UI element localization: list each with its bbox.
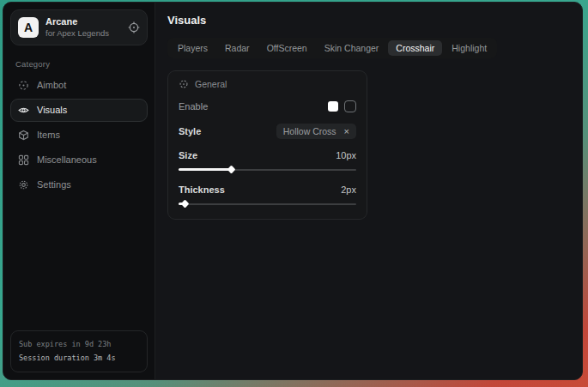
sidebar-spacer bbox=[10, 197, 148, 331]
size-row: Size 10px bbox=[179, 150, 356, 160]
app-subtitle: for Apex Legends bbox=[45, 28, 121, 39]
tab-players[interactable]: Players bbox=[170, 40, 215, 56]
visuals-tabbar: Players Radar OffScreen Skin Changer Cro… bbox=[167, 38, 497, 58]
tab-highlight[interactable]: Highlight bbox=[444, 40, 494, 56]
thickness-value: 2px bbox=[341, 184, 356, 195]
grid-icon bbox=[18, 154, 29, 166]
thickness-slider[interactable] bbox=[179, 200, 356, 208]
target-icon bbox=[179, 79, 189, 89]
enable-row: Enable bbox=[179, 100, 356, 112]
tab-skin-changer[interactable]: Skin Changer bbox=[317, 40, 387, 56]
sidebar-nav: Aimbot Visuals Items bbox=[10, 74, 148, 197]
app-name: Arcane bbox=[45, 16, 121, 28]
sidebar-item-aimbot[interactable]: Aimbot bbox=[10, 74, 148, 97]
app-window: A Arcane for Apex Legends Category bbox=[3, 2, 583, 380]
general-card-header: General bbox=[179, 79, 356, 89]
category-label: Category bbox=[15, 59, 148, 69]
thickness-row: Thickness 2px bbox=[179, 184, 356, 195]
size-value: 10px bbox=[336, 150, 356, 160]
sidebar-item-items[interactable]: Items bbox=[10, 124, 148, 147]
app-logo: A bbox=[18, 17, 39, 38]
slider-thumb[interactable] bbox=[227, 166, 236, 174]
slider-fill bbox=[179, 168, 232, 171]
gear-icon bbox=[18, 179, 29, 190]
style-value: Hollow Cross bbox=[283, 126, 336, 136]
tab-crosshair[interactable]: Crosshair bbox=[388, 40, 442, 56]
brand-text: Arcane for Apex Legends bbox=[45, 16, 121, 39]
crosshair-icon bbox=[18, 80, 29, 91]
slider-track bbox=[179, 203, 356, 205]
style-row: Style Hollow Cross × bbox=[179, 124, 356, 139]
slider-thumb[interactable] bbox=[181, 200, 190, 209]
size-slider[interactable] bbox=[179, 166, 356, 173]
thickness-section: Thickness 2px bbox=[179, 184, 356, 208]
sidebar-item-label: Visuals bbox=[37, 105, 67, 115]
sub-expires-text: Sub expires in 9d 23h bbox=[19, 338, 139, 351]
tab-offscreen[interactable]: OffScreen bbox=[259, 40, 315, 56]
sidebar-item-settings[interactable]: Settings bbox=[10, 173, 148, 197]
eye-icon bbox=[18, 105, 29, 116]
sidebar-item-label: Aimbot bbox=[37, 80, 66, 90]
size-label: Size bbox=[179, 150, 197, 160]
enable-label: Enable bbox=[179, 101, 208, 112]
sidebar-item-visuals[interactable]: Visuals bbox=[10, 99, 148, 122]
general-card-title: General bbox=[195, 79, 227, 89]
sidebar: A Arcane for Apex Legends Category bbox=[3, 3, 155, 379]
style-label: Style bbox=[179, 126, 201, 136]
sidebar-item-label: Items bbox=[37, 130, 60, 140]
sidebar-item-label: Settings bbox=[37, 179, 71, 190]
style-select[interactable]: Hollow Cross × bbox=[276, 124, 356, 139]
page-title: Visuals bbox=[167, 14, 570, 27]
subscription-card: Sub expires in 9d 23h Session duration 3… bbox=[10, 330, 148, 372]
scope-icon[interactable] bbox=[128, 21, 140, 33]
main-panel: Visuals Players Radar OffScreen Skin Cha… bbox=[155, 3, 582, 379]
box-icon bbox=[18, 130, 29, 141]
thickness-label: Thickness bbox=[179, 184, 225, 195]
sidebar-item-miscellaneous[interactable]: Miscellaneous bbox=[10, 148, 148, 172]
size-section: Size 10px bbox=[179, 150, 356, 173]
general-card: General Enable Style Hollow Cross × Size bbox=[167, 70, 367, 220]
sidebar-item-label: Miscellaneous bbox=[37, 154, 97, 165]
tab-radar[interactable]: Radar bbox=[217, 40, 258, 56]
color-swatch[interactable] bbox=[328, 101, 338, 112]
close-icon[interactable]: × bbox=[344, 127, 349, 136]
enable-checkbox[interactable] bbox=[344, 100, 356, 112]
enable-controls bbox=[328, 100, 356, 112]
brand-card: A Arcane for Apex Legends bbox=[10, 9, 148, 45]
session-duration-text: Session duration 3m 4s bbox=[19, 352, 139, 365]
